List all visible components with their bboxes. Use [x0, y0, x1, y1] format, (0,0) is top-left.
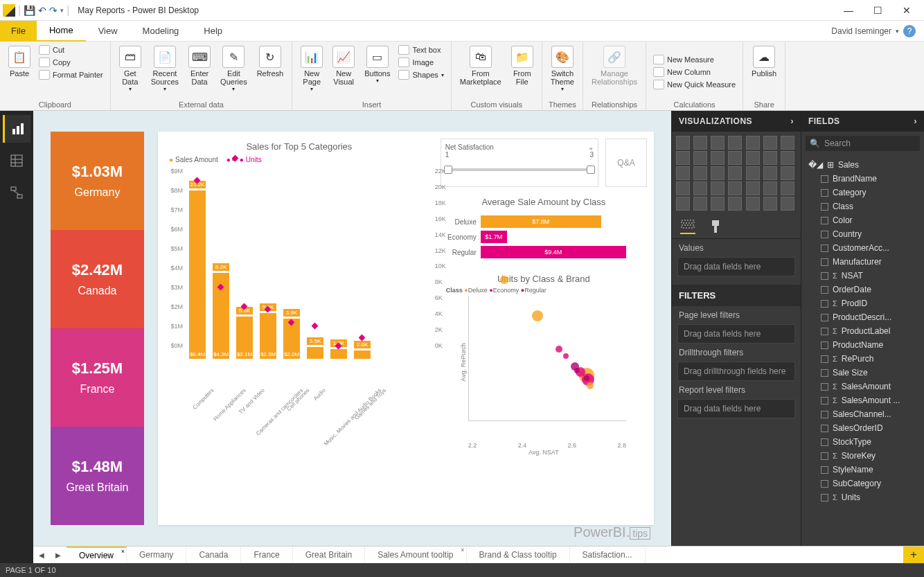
field-item[interactable]: SalesOrderID [806, 421, 920, 435]
field-item[interactable]: Sale Size [806, 366, 920, 380]
field-item[interactable]: ΣNSAT [806, 269, 920, 283]
field-item[interactable]: ΣSalesAmount [806, 380, 920, 393]
page-tab[interactable]: Satisfaction... [570, 547, 646, 563]
viz-type-icon[interactable] [781, 166, 794, 180]
add-page-button[interactable]: + [903, 547, 924, 563]
tab-scroll-right[interactable]: ▶ [50, 551, 66, 559]
field-item[interactable]: StockType [806, 435, 920, 449]
values-drop-zone[interactable]: Drag data fields here [677, 257, 795, 276]
manage-relationships-button[interactable]: 🔗Manage Relationships [589, 44, 640, 99]
viz-type-icon[interactable] [676, 151, 690, 165]
viz-type-icon[interactable] [711, 197, 725, 211]
viz-type-icon[interactable] [711, 151, 725, 165]
viz-type-icon[interactable] [763, 166, 777, 180]
from-marketplace-button[interactable]: 🛍From Marketplace [457, 44, 504, 99]
report-filters-drop[interactable]: Drag data fields here [677, 399, 795, 418]
viz-type-icon[interactable] [728, 136, 742, 150]
page-tab[interactable]: Brand & Class tooltip [467, 547, 570, 563]
field-item[interactable]: ΣStoreKey [806, 449, 920, 463]
field-item[interactable]: OrderDate [806, 283, 920, 296]
report-view-button[interactable] [3, 115, 30, 143]
page-filters-drop[interactable]: Drag data fields here [677, 324, 795, 344]
table-sales[interactable]: �◢ ⊞ Sales [806, 158, 920, 172]
page-tab[interactable]: Sales Amount tooltip× [365, 547, 466, 563]
get-data-button[interactable]: 🗃Get Data▾ [116, 44, 144, 99]
file-menu[interactable]: File [0, 21, 37, 42]
field-item[interactable]: ΣUnits [806, 490, 920, 504]
field-item[interactable]: StyleName [806, 463, 920, 477]
viz-type-icon[interactable] [763, 197, 777, 211]
tab-home[interactable]: Home [37, 21, 86, 42]
enter-data-button[interactable]: ⌨Enter Data [186, 44, 213, 99]
viz-type-icon[interactable] [693, 151, 707, 165]
field-item[interactable]: ProductName [806, 338, 920, 352]
viz-type-icon[interactable] [781, 151, 794, 165]
field-item[interactable]: Manufacturer [806, 255, 920, 269]
field-item[interactable]: ProductDescri... [806, 310, 920, 324]
redo-icon[interactable]: ↷ [49, 5, 57, 16]
collapse-icon[interactable]: › [914, 116, 918, 126]
edit-queries-button[interactable]: ✎Edit Queries▾ [217, 44, 250, 99]
viz-type-icon[interactable] [711, 136, 725, 150]
field-item[interactable]: SalesChannel... [806, 407, 920, 421]
scatter-chart-visual[interactable]: Avg. RePurch [468, 296, 626, 421]
viz-type-icon[interactable] [746, 181, 760, 195]
fields-tool-icon[interactable] [680, 219, 695, 234]
hbar-chart-visual[interactable]: Deluxe$7.8MEconomy$1.7MRegular$9.4M [441, 210, 647, 264]
viz-type-icon[interactable] [693, 166, 707, 180]
viz-type-icon[interactable] [728, 151, 742, 165]
recent-sources-button[interactable]: 📄Recent Sources▾ [148, 44, 181, 99]
country-card[interactable]: $1.03MGermany [51, 132, 144, 230]
viz-type-icon[interactable] [746, 197, 760, 211]
viz-type-icon[interactable] [746, 166, 760, 180]
viz-type-icon[interactable] [676, 136, 690, 150]
tab-scroll-left[interactable]: ◀ [33, 551, 50, 559]
switch-theme-button[interactable]: 🎨Switch Theme▾ [548, 44, 577, 99]
country-card[interactable]: $1.25MFrance [51, 328, 144, 427]
buttons-button[interactable]: ▭Buttons▾ [362, 44, 393, 99]
collapse-icon[interactable]: › [790, 116, 794, 126]
fields-search[interactable]: 🔍 Search [806, 136, 920, 151]
viz-type-icon[interactable] [763, 136, 777, 150]
viz-type-icon[interactable] [746, 151, 760, 165]
field-item[interactable]: Country [806, 227, 920, 241]
field-item[interactable]: CustomerAcc... [806, 241, 920, 255]
close-button[interactable]: ✕ [892, 1, 921, 20]
page-tab[interactable]: Overview× [66, 547, 127, 563]
new-measure-button[interactable]: New Measure [652, 54, 737, 65]
field-item[interactable]: ΣProdID [806, 296, 920, 310]
user-name[interactable]: David Iseminger [831, 26, 891, 36]
field-item[interactable]: Color [806, 213, 920, 227]
paste-button[interactable]: 📋Paste [6, 44, 33, 99]
viz-type-icon[interactable] [711, 166, 725, 180]
page-tab[interactable]: Canada [186, 547, 241, 563]
copy-button[interactable]: Copy [37, 57, 105, 68]
model-view-button[interactable] [3, 179, 30, 206]
user-dropdown-icon[interactable]: ▾ [896, 28, 899, 35]
field-item[interactable]: Category [806, 186, 920, 199]
field-item[interactable]: BrandName [806, 172, 920, 186]
viz-type-icon[interactable] [676, 197, 690, 211]
refresh-button[interactable]: ↻Refresh [254, 44, 287, 99]
maximize-button[interactable]: ☐ [863, 1, 892, 20]
viz-type-icon[interactable] [728, 181, 742, 195]
country-card[interactable]: $1.48MGreat Britain [51, 427, 144, 525]
format-painter-button[interactable]: Format Painter [37, 69, 105, 80]
field-item[interactable]: ΣRePurch [806, 352, 920, 366]
new-column-button[interactable]: New Column [652, 66, 737, 78]
new-visual-button[interactable]: 📈New Visual [330, 44, 357, 99]
tab-help[interactable]: Help [191, 21, 235, 42]
viz-type-icon[interactable] [781, 197, 794, 211]
drill-filters-drop[interactable]: Drag drillthrough fields here [677, 362, 795, 381]
qna-visual[interactable]: Q&A [605, 139, 647, 187]
bar-chart-visual[interactable]: $9M$8M$7M$6M$5M$4M$3M$2M$1M$0M 22K20K18K… [165, 165, 434, 359]
save-icon[interactable]: 💾 [24, 5, 35, 16]
minimize-button[interactable]: — [834, 1, 863, 20]
country-card[interactable]: $2.42MCanada [51, 230, 144, 328]
viz-type-icon[interactable] [781, 136, 794, 150]
help-icon[interactable]: ? [903, 25, 916, 37]
new-quick-measure-button[interactable]: New Quick Measure [652, 79, 737, 90]
viz-type-icon[interactable] [676, 181, 690, 195]
visualization-picker[interactable] [672, 132, 801, 215]
undo-icon[interactable]: ↶ [38, 5, 46, 16]
